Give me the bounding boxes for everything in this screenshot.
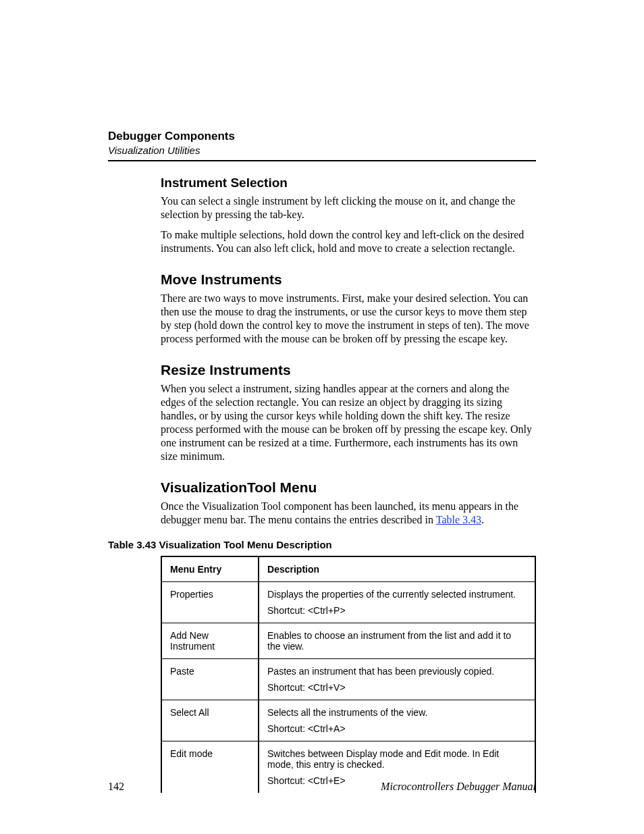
header-subsection: Visualization Utilities bbox=[108, 145, 536, 156]
paragraph: You can select a single instrument by le… bbox=[161, 194, 536, 221]
cell-description: Enables to choose an instrument from the… bbox=[259, 623, 535, 659]
text: Enables to choose an instrument from the… bbox=[267, 630, 527, 652]
table-caption: Table 3.43 Visualization Tool Menu Descr… bbox=[108, 539, 536, 550]
heading-instrument-selection: Instrument Selection bbox=[161, 176, 536, 190]
paragraph: Once the Visualization Tool component ha… bbox=[161, 500, 536, 527]
table-header-description: Description bbox=[259, 556, 535, 582]
heading-move-instruments: Move Instruments bbox=[161, 271, 536, 288]
text: Selects all the instruments of the view. bbox=[267, 707, 527, 718]
visualization-tool-menu-table: Menu Entry Description Properties Displa… bbox=[161, 556, 536, 793]
heading-resize-instruments: Resize Instruments bbox=[161, 362, 536, 378]
cell-description: Pastes an instrument that has been previ… bbox=[259, 659, 535, 700]
header-rule bbox=[108, 160, 536, 161]
table-header-row: Menu Entry Description bbox=[161, 556, 535, 582]
text: Shortcut: <Ctrl+A> bbox=[267, 723, 527, 734]
cell-description: Displays the properties of the currently… bbox=[259, 582, 535, 623]
table-row: Properties Displays the properties of th… bbox=[161, 582, 535, 623]
paragraph: To make multiple selections, hold down t… bbox=[161, 228, 536, 255]
text: Switches between Display mode and Edit m… bbox=[267, 748, 527, 770]
header-chapter: Debugger Components bbox=[108, 130, 536, 143]
text: . bbox=[481, 514, 484, 525]
page-number: 142 bbox=[108, 781, 124, 793]
cell-menu-entry: Add New Instrument bbox=[161, 623, 259, 659]
text: Pastes an instrument that has been previ… bbox=[267, 666, 527, 677]
content-body: Instrument Selection You can select a si… bbox=[161, 176, 536, 793]
page: Debugger Components Visualization Utilit… bbox=[0, 0, 644, 834]
heading-visualizationtool-menu: VisualizationTool Menu bbox=[161, 479, 536, 496]
text: Shortcut: <Ctrl+P> bbox=[267, 605, 527, 616]
paragraph: There are two ways to move instruments. … bbox=[161, 292, 536, 346]
link-table-3-43[interactable]: Table 3.43 bbox=[436, 514, 481, 525]
table-row: Paste Pastes an instrument that has been… bbox=[161, 659, 535, 700]
cell-menu-entry: Select All bbox=[161, 700, 259, 741]
table-header-menu-entry: Menu Entry bbox=[161, 556, 259, 582]
table-row: Select All Selects all the instruments o… bbox=[161, 700, 535, 741]
text: Displays the properties of the currently… bbox=[267, 589, 527, 600]
page-footer: 142 Microcontrollers Debugger Manual bbox=[108, 781, 536, 793]
table-row: Add New Instrument Enables to choose an … bbox=[161, 623, 535, 659]
page-header: Debugger Components Visualization Utilit… bbox=[108, 130, 536, 161]
text: Shortcut: <Ctrl+V> bbox=[267, 682, 527, 693]
cell-description: Selects all the instruments of the view.… bbox=[259, 700, 535, 741]
cell-menu-entry: Paste bbox=[161, 659, 259, 700]
cell-menu-entry: Properties bbox=[161, 582, 259, 623]
manual-title: Microcontrollers Debugger Manual bbox=[381, 781, 536, 793]
paragraph: When you select a instrument, sizing han… bbox=[161, 382, 536, 463]
